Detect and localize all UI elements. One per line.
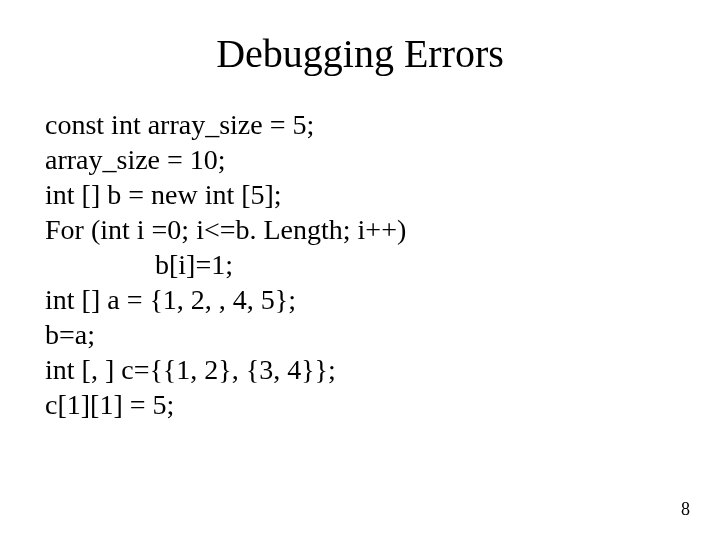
code-line-9: c[1][1] = 5; (45, 387, 675, 422)
code-line-5: b[i]=1; (45, 247, 675, 282)
code-line-2: array_size = 10; (45, 142, 675, 177)
code-line-3: int [] b = new int [5]; (45, 177, 675, 212)
code-line-1: const int array_size = 5; (45, 107, 675, 142)
code-line-6: int [] a = {1, 2, , 4, 5}; (45, 282, 675, 317)
slide-title: Debugging Errors (45, 30, 675, 77)
code-line-7: b=a; (45, 317, 675, 352)
code-line-8: int [, ] c={{1, 2}, {3, 4}}; (45, 352, 675, 387)
page-number: 8 (681, 499, 690, 520)
code-block: const int array_size = 5; array_size = 1… (45, 107, 675, 422)
slide-container: Debugging Errors const int array_size = … (0, 0, 720, 540)
code-line-4: For (int i =0; i<=b. Length; i++) (45, 212, 675, 247)
